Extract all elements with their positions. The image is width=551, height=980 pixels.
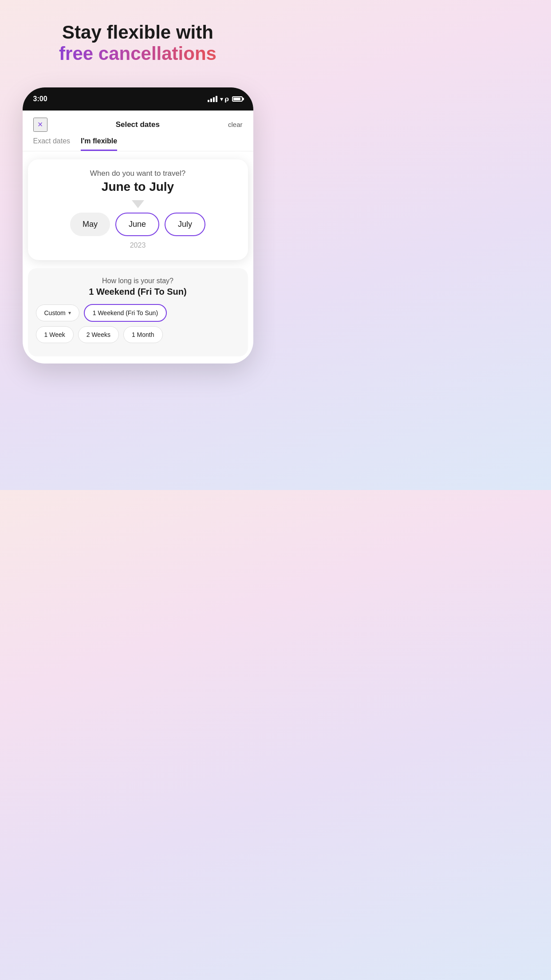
travel-answer: June to July <box>37 180 239 194</box>
stay-question: How long is your stay? <box>36 277 240 285</box>
hero-line2: free cancellations <box>27 43 249 65</box>
hero-section: Stay flexible with free cancellations <box>0 0 276 79</box>
stay-answer: 1 Weekend (Fri To Sun) <box>36 287 240 297</box>
stay-options-row2: 1 Week 2 Weeks 1 Month <box>36 326 240 343</box>
travel-question: When do you want to travel? <box>37 169 239 178</box>
tab-flexible[interactable]: I'm flexible <box>81 137 117 151</box>
tabs-bar: Exact dates I'm flexible <box>23 132 253 151</box>
custom-dropdown[interactable]: Custom ▾ <box>36 304 79 321</box>
close-button[interactable]: × <box>33 118 47 132</box>
tab-exact-dates[interactable]: Exact dates <box>33 137 71 151</box>
two-weeks-option[interactable]: 2 Weeks <box>78 326 119 343</box>
one-month-option[interactable]: 1 Month <box>123 326 163 343</box>
wifi-icon: ▾ 𝞀 <box>220 95 229 103</box>
status-icons: ▾ 𝞀 <box>208 95 243 103</box>
modal-title: Select dates <box>116 120 160 129</box>
clear-button[interactable]: clear <box>228 121 243 128</box>
battery-icon <box>232 96 243 102</box>
stay-options-row1: Custom ▾ 1 Weekend (Fri To Sun) <box>36 304 240 322</box>
phone-mockup: 3:00 ▾ 𝞀 × Select dates clear <box>0 87 276 364</box>
status-bar: 3:00 ▾ 𝞀 <box>23 87 253 111</box>
year-label: 2023 <box>37 241 239 249</box>
month-may[interactable]: May <box>70 213 110 236</box>
weekend-option[interactable]: 1 Weekend (Fri To Sun) <box>84 304 167 322</box>
month-june[interactable]: June <box>115 213 159 236</box>
chevron-down-icon: ▾ <box>68 310 71 316</box>
stay-card: How long is your stay? 1 Weekend (Fri To… <box>28 268 248 356</box>
hero-line1: Stay flexible with <box>27 22 249 43</box>
one-week-option[interactable]: 1 Week <box>36 326 74 343</box>
caret-indicator <box>37 200 239 208</box>
signal-icon <box>208 96 217 102</box>
travel-card: When do you want to travel? June to July… <box>28 159 248 260</box>
month-selector: May June July <box>37 213 239 236</box>
month-july[interactable]: July <box>165 213 205 236</box>
caret-down-icon <box>132 200 144 208</box>
modal-header: × Select dates clear <box>23 111 253 132</box>
time-display: 3:00 <box>33 95 47 103</box>
phone-frame: 3:00 ▾ 𝞀 × Select dates clear <box>23 87 253 364</box>
custom-label: Custom <box>44 309 66 316</box>
